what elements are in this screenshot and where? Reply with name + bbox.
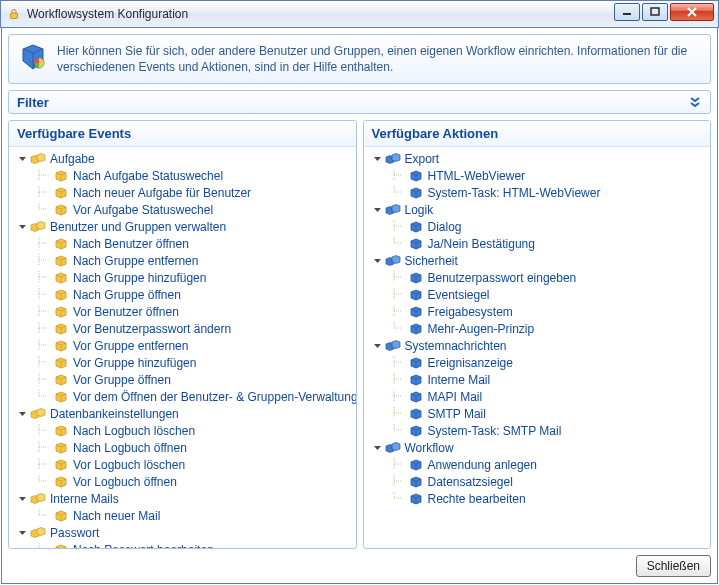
tree-category[interactable]: Interne MailsNach neuer Mail — [13, 491, 354, 525]
package-icon — [53, 457, 69, 473]
tree-item-label: Vor Logbuch öffnen — [71, 475, 177, 489]
tree-item[interactable]: Nach neuer Mail — [13, 508, 354, 525]
tree-item[interactable]: System-Task: HTML-WebViewer — [368, 185, 709, 202]
tree-item[interactable]: Datensatzsiegel — [368, 474, 709, 491]
tree-item-label: System-Task: HTML-WebViewer — [426, 186, 601, 200]
actions-tree: ExportHTML-WebViewerSystem-Task: HTML-We… — [368, 151, 709, 508]
tree-item[interactable]: Nach Logbuch öffnen — [13, 440, 354, 457]
tree-item[interactable]: SMTP Mail — [368, 406, 709, 423]
tree-item[interactable]: Rechte bearbeiten — [368, 491, 709, 508]
events-header: Verfügbare Events — [9, 121, 356, 147]
tree-item[interactable]: Nach Aufgabe Statuswechel — [13, 168, 354, 185]
cube-icon — [408, 219, 424, 235]
tree-item[interactable]: Interne Mail — [368, 372, 709, 389]
close-dialog-button[interactable]: Schließen — [636, 555, 711, 577]
tree-item[interactable]: HTML-WebViewer — [368, 168, 709, 185]
tree-item[interactable]: Nach Passwort bearbeiten — [13, 542, 354, 548]
tree-item[interactable]: Vor Logbuch löschen — [13, 457, 354, 474]
tree-item[interactable]: Vor Logbuch öffnen — [13, 474, 354, 491]
tree-category-label: Logik — [403, 203, 434, 217]
tree-item[interactable]: Nach Benutzer öffnen — [13, 236, 354, 253]
tree-item[interactable]: Dialog — [368, 219, 709, 236]
tree-item[interactable]: Benutzerpasswort eingeben — [368, 270, 709, 287]
tree-item[interactable]: Vor Aufgabe Statuswechel — [13, 202, 354, 219]
tree-item[interactable]: Ja/Nein Bestätigung — [368, 236, 709, 253]
package-group-icon — [30, 219, 46, 235]
tree-category[interactable]: AufgabeNach Aufgabe StatuswechelNach neu… — [13, 151, 354, 219]
tree-item[interactable]: Anwendung anlegen — [368, 457, 709, 474]
tree-category[interactable]: SystemnachrichtenEreignisanzeigeInterne … — [368, 338, 709, 440]
tree-item-label: Dialog — [426, 220, 462, 234]
tree-item-label: Ja/Nein Bestätigung — [426, 237, 535, 251]
tree-item[interactable]: Eventsiegel — [368, 287, 709, 304]
cube-group-icon — [385, 440, 401, 456]
package-icon — [53, 474, 69, 490]
expander-icon[interactable] — [372, 256, 383, 267]
tree-category[interactable]: ExportHTML-WebViewerSystem-Task: HTML-We… — [368, 151, 709, 202]
expander-icon[interactable] — [17, 154, 28, 165]
expander-icon[interactable] — [17, 222, 28, 233]
tree-item[interactable]: Nach neuer Aufgabe für Benutzer — [13, 185, 354, 202]
title-bar: Workflowsystem Konfiguration — [0, 0, 719, 28]
expander-icon[interactable] — [372, 443, 383, 454]
maximize-button[interactable] — [642, 3, 668, 21]
expander-icon[interactable] — [17, 494, 28, 505]
tree-category[interactable]: SicherheitBenutzerpasswort eingebenEvent… — [368, 253, 709, 338]
expander-icon[interactable] — [372, 205, 383, 216]
package-icon — [53, 338, 69, 354]
tree-item[interactable]: Vor dem Öffnen der Benutzer- & Gruppen-V… — [13, 389, 354, 406]
tree-category[interactable]: PasswortNach Passwort bearbeiten — [13, 525, 354, 548]
tree-item-label: Vor dem Öffnen der Benutzer- & Gruppen-V… — [71, 390, 356, 404]
events-body[interactable]: AufgabeNach Aufgabe StatuswechelNach neu… — [9, 147, 356, 548]
info-icon — [19, 43, 47, 71]
tree-item-label: Datensatzsiegel — [426, 475, 513, 489]
cube-icon — [408, 406, 424, 422]
tree-item-label: Nach Logbuch löschen — [71, 424, 195, 438]
tree-branch-icon — [35, 186, 51, 200]
tree-item[interactable]: Nach Gruppe hinzufügen — [13, 270, 354, 287]
expander-icon[interactable] — [372, 341, 383, 352]
tree-category-label: Interne Mails — [48, 492, 119, 506]
expand-icon[interactable] — [688, 95, 702, 109]
expander-icon[interactable] — [17, 409, 28, 420]
tree-category[interactable]: Benutzer und Gruppen verwaltenNach Benut… — [13, 219, 354, 406]
info-panel: Hier können Sie für sich, oder andere Be… — [8, 34, 711, 84]
tree-category[interactable]: DatenbankeinstellungenNach Logbuch lösch… — [13, 406, 354, 491]
tree-item[interactable]: Freigabesystem — [368, 304, 709, 321]
actions-body[interactable]: ExportHTML-WebViewerSystem-Task: HTML-We… — [364, 147, 711, 548]
tree-item[interactable]: Nach Logbuch löschen — [13, 423, 354, 440]
tree-item[interactable]: Mehr-Augen-Prinzip — [368, 321, 709, 338]
tree-branch-icon — [35, 390, 51, 404]
cube-icon — [408, 372, 424, 388]
tree-item[interactable]: Nach Gruppe entfernen — [13, 253, 354, 270]
cube-group-icon — [385, 202, 401, 218]
tree-item[interactable]: Vor Gruppe öffnen — [13, 372, 354, 389]
package-icon — [53, 321, 69, 337]
tree-branch-icon — [390, 458, 406, 472]
tree-category[interactable]: WorkflowAnwendung anlegenDatensatzsiegel… — [368, 440, 709, 508]
expander-icon[interactable] — [17, 528, 28, 539]
columns: Verfügbare Events AufgabeNach Aufgabe St… — [8, 120, 711, 549]
close-button[interactable] — [670, 3, 714, 21]
tree-item[interactable]: Vor Benutzer öffnen — [13, 304, 354, 321]
cube-icon — [408, 457, 424, 473]
tree-category-label: Aufgabe — [48, 152, 95, 166]
tree-item[interactable]: Vor Gruppe entfernen — [13, 338, 354, 355]
expander-icon[interactable] — [372, 154, 383, 165]
tree-item[interactable]: Nach Gruppe öffnen — [13, 287, 354, 304]
cube-icon — [408, 321, 424, 337]
tree-item[interactable]: MAPI Mail — [368, 389, 709, 406]
tree-item-label: Nach Gruppe entfernen — [71, 254, 198, 268]
tree-item[interactable]: System-Task: SMTP Mail — [368, 423, 709, 440]
tree-branch-icon — [35, 271, 51, 285]
tree-category-label: Systemnachrichten — [403, 339, 507, 353]
package-group-icon — [30, 491, 46, 507]
tree-category[interactable]: LogikDialogJa/Nein Bestätigung — [368, 202, 709, 253]
minimize-button[interactable] — [614, 3, 640, 21]
tree-item[interactable]: Ereignisanzeige — [368, 355, 709, 372]
tree-item[interactable]: Vor Benutzerpasswort ändern — [13, 321, 354, 338]
filter-panel[interactable]: Filter — [8, 90, 711, 113]
tree-item-label: System-Task: SMTP Mail — [426, 424, 562, 438]
tree-item[interactable]: Vor Gruppe hinzufügen — [13, 355, 354, 372]
cube-icon — [408, 304, 424, 320]
